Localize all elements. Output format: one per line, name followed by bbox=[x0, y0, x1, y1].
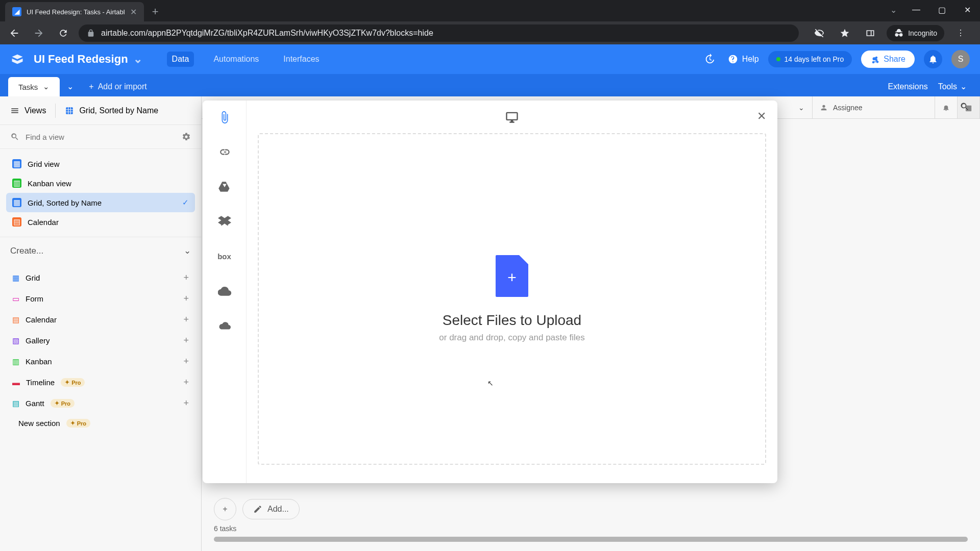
gallery-icon: ▧ bbox=[12, 336, 19, 345]
airtable-favicon: ◢ bbox=[12, 7, 21, 16]
google-drive-source-icon[interactable] bbox=[217, 179, 232, 194]
close-window-icon[interactable]: ✕ bbox=[954, 0, 980, 19]
history-icon[interactable] bbox=[700, 50, 719, 68]
views-sidebar: Views Grid, Sorted by Name ▦ Grid vie bbox=[0, 96, 202, 551]
add-import-label: Add or import bbox=[98, 82, 147, 91]
eye-blocked-icon[interactable] bbox=[810, 24, 828, 42]
column-menu[interactable]: ⌄ bbox=[790, 96, 813, 118]
tab-overflow-icon[interactable]: ⌄ bbox=[883, 0, 903, 19]
box-source-icon[interactable]: box bbox=[217, 248, 232, 264]
upload-drop-zone[interactable]: + Select Files to Upload or drag and dro… bbox=[258, 133, 766, 465]
trial-pill[interactable]: 14 days left on Pro bbox=[768, 51, 852, 67]
side-panel-icon[interactable] bbox=[861, 24, 879, 42]
create-calendar[interactable]: ▤Calendar+ bbox=[6, 309, 195, 330]
tab-title: UI Feed Redesign: Tasks - Airtabl bbox=[27, 8, 125, 16]
device-icon[interactable] bbox=[505, 110, 519, 124]
help-button[interactable]: Help bbox=[728, 54, 759, 64]
share-button[interactable]: Share bbox=[861, 51, 915, 68]
create-gantt[interactable]: ▤Gantt✦ Pro+ bbox=[6, 393, 195, 414]
bookmark-star-icon[interactable] bbox=[836, 24, 854, 42]
reload-button[interactable] bbox=[54, 24, 72, 42]
add-or-import-button[interactable]: + Add or import bbox=[81, 77, 155, 96]
add-record-button[interactable]: + bbox=[214, 498, 236, 520]
main-area: Views Grid, Sorted by Name ▦ Grid vie bbox=[0, 96, 980, 551]
search-views-input[interactable] bbox=[26, 133, 176, 141]
create-grid[interactable]: ▦Grid+ bbox=[6, 267, 195, 288]
table-list-dropdown[interactable]: ⌄ bbox=[60, 77, 81, 96]
create-timeline[interactable]: ▬Timeline✦ Pro+ bbox=[6, 372, 195, 393]
search-records-icon[interactable] bbox=[960, 102, 970, 112]
close-modal-button[interactable]: ✕ bbox=[757, 110, 766, 123]
create-view-list: ▦Grid+ ▭Form+ ▤Calendar+ ▧Gallery+ ▥Kanb… bbox=[0, 264, 201, 436]
create-item-label: New section bbox=[18, 419, 60, 428]
link-source-icon[interactable] bbox=[217, 144, 232, 160]
extensions-label: Extensions bbox=[888, 82, 927, 91]
trial-label: 14 days left on Pro bbox=[785, 55, 844, 63]
onedrive-source-icon[interactable] bbox=[217, 318, 232, 333]
notifications-icon[interactable] bbox=[924, 50, 942, 68]
view-label: Calendar bbox=[28, 218, 59, 227]
add-field-pill[interactable]: Add... bbox=[242, 499, 300, 519]
tab-data[interactable]: Data bbox=[167, 52, 194, 67]
gear-icon[interactable] bbox=[182, 132, 191, 141]
view-item-calendar[interactable]: ▤ Calendar bbox=[6, 212, 195, 232]
status-dot bbox=[776, 57, 780, 61]
dropbox-source-icon[interactable] bbox=[217, 214, 232, 229]
cloud-source-icon[interactable] bbox=[217, 283, 232, 298]
close-tab-icon[interactable]: ✕ bbox=[130, 7, 137, 17]
views-list: ▦ Grid view ▥ Kanban view ▦ Grid, Sorted… bbox=[0, 149, 201, 237]
create-new-section[interactable]: New section✦ Pro bbox=[6, 414, 195, 433]
create-form[interactable]: ▭Form+ bbox=[6, 288, 195, 309]
grid-icon bbox=[65, 106, 74, 115]
base-name-button[interactable]: UI Feed Redesign ⌄ bbox=[34, 53, 142, 66]
minimize-window-icon[interactable]: — bbox=[903, 0, 929, 19]
grid-icon: ▦ bbox=[12, 198, 21, 207]
tab-automations[interactable]: Automations bbox=[208, 52, 264, 67]
new-tab-button[interactable]: + bbox=[144, 2, 167, 21]
calendar-icon: ▤ bbox=[12, 315, 19, 324]
plus-icon: + bbox=[183, 398, 189, 409]
notify-column-icon[interactable] bbox=[935, 96, 958, 118]
incognito-indicator[interactable]: Incognito bbox=[887, 25, 944, 41]
check-icon: ✓ bbox=[182, 198, 189, 207]
create-section-toggle[interactable]: Create... ⌄ bbox=[0, 237, 201, 264]
gantt-icon: ▤ bbox=[12, 399, 19, 408]
plus-icon: + bbox=[183, 356, 189, 367]
chevron-down-icon: ⌄ bbox=[133, 53, 142, 66]
column-assignee[interactable]: Assignee bbox=[813, 96, 935, 118]
workspace-tabs: Data Automations Interfaces bbox=[167, 52, 325, 67]
views-toolbar: Views Grid, Sorted by Name bbox=[0, 96, 201, 125]
plus-icon: + bbox=[183, 293, 189, 304]
lock-icon bbox=[87, 29, 95, 37]
tab-interfaces[interactable]: Interfaces bbox=[278, 52, 324, 67]
view-item-grid-view[interactable]: ▦ Grid view bbox=[6, 154, 195, 173]
upload-subtitle: or drag and drop, copy and paste files bbox=[439, 333, 584, 343]
table-tab-tasks[interactable]: Tasks ⌄ bbox=[8, 77, 60, 96]
create-item-label: Kanban bbox=[26, 357, 52, 366]
chevron-down-icon: ⌄ bbox=[184, 245, 191, 256]
pro-badge: ✦ Pro bbox=[61, 378, 85, 387]
user-avatar[interactable]: S bbox=[951, 50, 970, 68]
forward-button[interactable] bbox=[30, 24, 48, 42]
back-button[interactable] bbox=[5, 24, 23, 42]
extensions-button[interactable]: Extensions bbox=[888, 82, 927, 91]
browser-tab[interactable]: ◢ UI Feed Redesign: Tasks - Airtabl ✕ bbox=[5, 2, 144, 21]
plus-icon: + bbox=[183, 314, 189, 325]
create-gallery[interactable]: ▧Gallery+ bbox=[6, 330, 195, 351]
maximize-window-icon[interactable]: ▢ bbox=[929, 0, 954, 19]
views-toggle-button[interactable]: Views bbox=[10, 106, 46, 115]
current-view-button[interactable]: Grid, Sorted by Name bbox=[65, 106, 158, 115]
add-label: Add... bbox=[267, 505, 289, 514]
attachment-source-icon[interactable] bbox=[217, 110, 232, 125]
tools-button[interactable]: Tools ⌄ bbox=[938, 82, 967, 91]
base-name-label: UI Feed Redesign bbox=[34, 53, 128, 66]
view-item-grid-sorted[interactable]: ▦ Grid, Sorted by Name ✓ bbox=[6, 193, 195, 212]
url-input[interactable]: airtable.com/appnB2PYqtdgiMrZG/tbliXpR4Z… bbox=[79, 24, 799, 42]
horizontal-scrollbar[interactable] bbox=[214, 537, 968, 542]
create-kanban[interactable]: ▥Kanban+ bbox=[6, 351, 195, 372]
record-count: 6 tasks bbox=[202, 520, 980, 537]
kebab-menu-icon[interactable]: ⋮ bbox=[951, 24, 970, 42]
airtable-logo-icon[interactable] bbox=[10, 52, 24, 66]
app-topbar: UI Feed Redesign ⌄ Data Automations Inte… bbox=[0, 44, 980, 74]
view-item-kanban-view[interactable]: ▥ Kanban view bbox=[6, 173, 195, 193]
